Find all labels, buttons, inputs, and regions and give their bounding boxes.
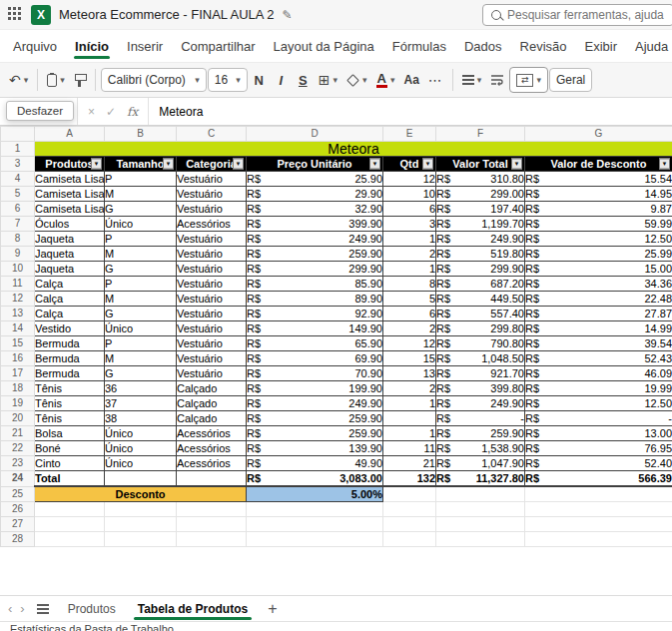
cell-qtd-8[interactable]: 1 [383, 232, 436, 247]
cell-qtd-13[interactable]: 6 [383, 307, 436, 321]
cell-categoria-20[interactable]: Calçado [177, 411, 247, 426]
row-header-10[interactable]: 10 [1, 262, 35, 277]
cell-d27[interactable] [247, 517, 383, 532]
cell-produto-22[interactable]: Boné [35, 441, 105, 456]
cell-produto-23[interactable]: Cinto [35, 456, 105, 471]
cell-total-14[interactable]: R$299.80 [436, 321, 525, 336]
menu-inserir[interactable]: Inserir [118, 30, 172, 62]
menu-ajuda[interactable]: Ajuda [626, 30, 672, 62]
cell-produto-4[interactable]: Camiseta Lisa [35, 172, 105, 187]
cell-tamanho-17[interactable]: G [105, 366, 177, 381]
cell-tamanho-23[interactable]: Único [105, 456, 177, 471]
menu-formulas[interactable]: Fórmulas [383, 30, 455, 62]
cancel-entry-icon[interactable]: × [88, 105, 95, 119]
undo-button[interactable]: ↶ ▾ [5, 67, 32, 93]
merge-center-button[interactable]: ⇄ ▾ [509, 67, 548, 93]
cell-total-23[interactable]: R$1,047.90 [436, 456, 525, 471]
cell-total-8[interactable]: R$249.90 [436, 232, 525, 247]
font-name-select[interactable]: Calibri (Corpo) ▾ [101, 68, 207, 92]
column-header-f[interactable]: F [436, 127, 525, 142]
cell-preco-18[interactable]: R$199.90 [247, 381, 383, 396]
cell-categoria-23[interactable]: Acessórios [177, 456, 247, 471]
cell-valor-total-24[interactable]: R$11,327.80 [436, 471, 525, 487]
table-header-preco-unitario[interactable]: Preço Unitário▼ [247, 157, 383, 172]
italic-button[interactable]: I [271, 67, 292, 93]
filter-icon[interactable]: ▼ [91, 159, 102, 170]
menu-dados[interactable]: Dados [455, 30, 511, 62]
cell-desconto-8[interactable]: R$12.50 [525, 232, 672, 247]
cell-total-16[interactable]: R$1,048.50 [436, 351, 525, 366]
table-header-valor-total[interactable]: Valor Total▼ [436, 157, 525, 172]
cell-qtd-11[interactable]: 8 [383, 277, 436, 292]
cell-qtd-14[interactable]: 2 [383, 321, 436, 336]
cell-desconto-16[interactable]: R$52.43 [525, 351, 672, 366]
cell-c28[interactable] [177, 532, 247, 547]
cell-e25[interactable] [383, 486, 436, 502]
cell-preco-5[interactable]: R$29.90 [247, 187, 383, 202]
row-header-27[interactable]: 27 [1, 517, 35, 532]
cell-tamanho-4[interactable]: P [105, 172, 177, 187]
table-header-valor-de-desconto[interactable]: Valor de Desconto▼ [525, 157, 672, 172]
cell-total-6[interactable]: R$197.40 [436, 202, 525, 217]
borders-button[interactable]: ⊞ ▾ [315, 67, 341, 93]
cell-g26[interactable] [525, 502, 672, 517]
cell-produto-15[interactable]: Bermuda [35, 336, 105, 351]
cell-desconto-7[interactable]: R$59.99 [525, 217, 672, 232]
sheet-nav-left-icon[interactable]: ‹ [4, 596, 16, 621]
cell-c26[interactable] [177, 502, 247, 517]
row-header-6[interactable]: 6 [1, 202, 35, 217]
cell-categoria-4[interactable]: Vestuário [177, 172, 247, 187]
title-cell-meteora[interactable]: Meteora [35, 142, 672, 157]
cell-categoria-22[interactable]: Acessórios [177, 441, 247, 456]
cell-total-11[interactable]: R$687.20 [436, 277, 525, 292]
cell-tamanho-12[interactable]: M [105, 292, 177, 307]
format-painter-button[interactable] [70, 67, 90, 93]
cell-d28[interactable] [247, 532, 383, 547]
cell-desconto-22[interactable]: R$76.95 [525, 441, 672, 456]
cell-qtd-5[interactable]: 10 [383, 187, 436, 202]
change-case-button[interactable]: Aa [400, 67, 423, 93]
cell-produto-11[interactable]: Calça [35, 277, 105, 292]
row-header-4[interactable]: 4 [1, 172, 35, 187]
cell-desconto-13[interactable]: R$27.87 [525, 307, 672, 321]
cell-a27[interactable] [35, 517, 105, 532]
filter-icon[interactable]: ▼ [233, 159, 244, 170]
cell-tamanho-20[interactable]: 38 [105, 411, 177, 426]
cell-categoria-6[interactable]: Vestuário [177, 202, 247, 217]
cell-desconto-5[interactable]: R$14.95 [525, 187, 672, 202]
cell-tamanho-13[interactable]: G [105, 307, 177, 321]
cell-desconto-9[interactable]: R$25.99 [525, 247, 672, 262]
cell-qtd-10[interactable]: 1 [383, 262, 436, 277]
column-header-a[interactable]: A [35, 127, 105, 142]
filter-icon[interactable]: ▼ [422, 159, 433, 170]
column-header-b[interactable]: B [105, 127, 177, 142]
table-header-produtos[interactable]: Produtos▼ [35, 157, 105, 172]
cell-desconto-15[interactable]: R$39.54 [525, 336, 672, 351]
cell-produto-10[interactable]: Jaqueta [35, 262, 105, 277]
cell-tamanho-18[interactable]: 36 [105, 381, 177, 396]
cell-preco-4[interactable]: R$25.90 [247, 172, 383, 187]
cell-qtd-20[interactable] [383, 411, 436, 426]
row-header-22[interactable]: 22 [1, 441, 35, 456]
cell-preco-10[interactable]: R$299.90 [247, 262, 383, 277]
cell-categoria-19[interactable]: Calçado [177, 396, 247, 411]
row-header-17[interactable]: 17 [1, 366, 35, 381]
cell-desconto-6[interactable]: R$9.87 [525, 202, 672, 217]
cell-preco-15[interactable]: R$65.90 [247, 336, 383, 351]
cell-total-7[interactable]: R$1,199.70 [436, 217, 525, 232]
cell-preco-21[interactable]: R$259.90 [247, 426, 383, 441]
cell-desconto-label[interactable]: Desconto [35, 486, 247, 502]
cell-preco-7[interactable]: R$399.90 [247, 217, 383, 232]
cell-preco-12[interactable]: R$89.90 [247, 292, 383, 307]
cell-qtd-18[interactable]: 2 [383, 381, 436, 396]
cell-preco-total-24[interactable]: R$3,083.00 [247, 471, 383, 487]
row-header-9[interactable]: 9 [1, 247, 35, 262]
search-box[interactable] [482, 4, 672, 26]
cell-e28[interactable] [383, 532, 436, 547]
cell-f26[interactable] [436, 502, 525, 517]
cell-preco-20[interactable]: R$259.90 [247, 411, 383, 426]
column-header-c[interactable]: C [177, 127, 247, 142]
cell-categoria-18[interactable]: Calçado [177, 381, 247, 396]
workbook-statistics-button[interactable]: Estatísticas da Pasta de Trabalho [10, 622, 672, 631]
row-header-11[interactable]: 11 [1, 277, 35, 292]
